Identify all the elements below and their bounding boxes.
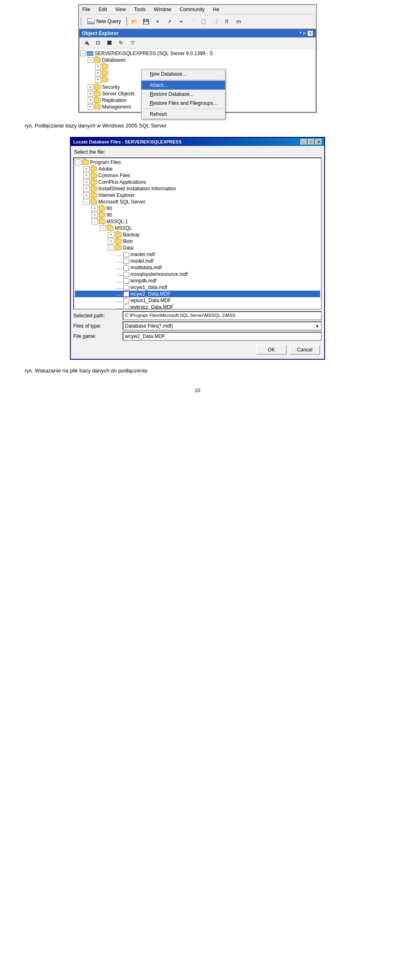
ft-master-mdf[interactable]: …… master.mdf (75, 251, 320, 258)
ft-90-expander[interactable]: + (91, 212, 98, 218)
ft-mssqldir-expander[interactable]: − (100, 225, 106, 231)
oe-refresh-button[interactable]: ↻ (116, 38, 126, 47)
ctx-refresh-text: Refresh (150, 111, 167, 117)
toolbar-save-button[interactable]: 💾 (141, 17, 151, 26)
file-name-input[interactable] (123, 332, 322, 341)
save-icon: 💾 (143, 18, 149, 25)
ft-80-expander[interactable]: + (91, 206, 98, 211)
oe-disconnect-button[interactable]: ⊡ (93, 38, 103, 47)
ctx-attach[interactable]: Attach... (142, 81, 225, 90)
ft-wykrocz-mdf[interactable]: …… wykrocz_Data.MDF (75, 304, 320, 310)
ft-complus-label: ComPlus Applications (98, 179, 146, 185)
ft-90[interactable]: + 90 (75, 212, 320, 218)
db1-expander[interactable]: + (95, 64, 101, 69)
oe-filter-button[interactable]: ▽ (127, 38, 138, 47)
toolbar-btn6[interactable]: 📄 (187, 17, 197, 26)
ft-pf-expander[interactable]: − (75, 159, 81, 165)
server-objects-expander[interactable]: + (88, 91, 93, 97)
databases-node[interactable]: − Databases (80, 57, 315, 63)
ft-data[interactable]: − Data (75, 245, 320, 251)
toolbar-btn7[interactable]: 📋 (199, 17, 209, 26)
ft-program-files[interactable]: − Program Files (75, 159, 320, 166)
ft-msdbdata-mdf[interactable]: …… msdbdata.mdf (75, 264, 320, 271)
databases-expander[interactable]: − (88, 57, 93, 63)
ft-wykrocz-file-icon (123, 305, 129, 310)
ft-binn[interactable]: + Binn (75, 238, 320, 245)
toolbar-open-button[interactable]: 📂 (130, 17, 139, 26)
stop-icon (107, 41, 112, 45)
menu-help[interactable]: He (211, 6, 221, 13)
ft-90-folder-icon (99, 213, 105, 217)
oe-connect-button[interactable]: 🔌 (81, 38, 92, 47)
toolbar-btn9[interactable]: 🗒 (222, 17, 232, 26)
toolbar-btn4[interactable]: ↗ (164, 17, 174, 26)
toolbar-btn10[interactable]: 🗃 (233, 17, 243, 26)
ft-installshield[interactable]: + InstallShield Installation Information (75, 185, 320, 192)
menu-edit[interactable]: Edit (97, 6, 109, 13)
management-expander[interactable]: + (88, 104, 93, 110)
ft-common-files[interactable]: + Common Files (75, 172, 320, 179)
ctx-new-database[interactable]: New Database... (142, 69, 225, 79)
oe-stop-button[interactable] (104, 38, 115, 47)
ft-backup-expander[interactable]: + (108, 232, 114, 238)
ft-binn-expander[interactable]: + (108, 238, 114, 244)
db3-expander[interactable]: + (95, 77, 101, 83)
ft-mssql1[interactable]: − MSSQL.1 (75, 218, 320, 225)
toolbar-btn5[interactable]: ⇒ (176, 17, 186, 26)
ft-mssql1-expander[interactable]: − (91, 219, 98, 224)
ft-mssqlserver[interactable]: − Microsoft SQL Server (75, 199, 320, 205)
toolbar-btn3[interactable]: ≡ (153, 17, 163, 26)
arrow2-icon: ⇒ (179, 19, 183, 24)
ft-model-mdf[interactable]: …… model.mdf (75, 258, 320, 264)
security-expander[interactable]: + (88, 84, 93, 90)
ft-wpius1-mdf[interactable]: …… wpius1_Data.MDF (75, 297, 320, 304)
server-node[interactable]: − SERVEREK\SQLEXPRESS (SQL Server 9.0.13… (80, 50, 315, 57)
files-of-type-dropdown-icon[interactable]: ▼ (314, 324, 319, 328)
ft-tempdb-mdf[interactable]: …… tempdb.mdf (75, 277, 320, 284)
menu-file[interactable]: File (81, 6, 92, 13)
ft-data-expander[interactable]: − (108, 245, 114, 251)
ft-is-expander[interactable]: + (83, 186, 90, 192)
ft-ie-expander[interactable]: + (83, 192, 90, 198)
ft-cf-label: Common Files (98, 173, 130, 178)
ctx-refresh[interactable]: Refresh (142, 110, 225, 119)
ft-mssql-dir[interactable]: − MSSQL (75, 225, 320, 231)
security-label: Security (102, 84, 120, 90)
dialog-minimize-button[interactable]: _ (300, 139, 307, 145)
ft-backup[interactable]: + Backup (75, 231, 320, 238)
cancel-button[interactable]: Cancel (289, 345, 320, 355)
dialog-body: Select the file: − Program Files + Adobe (71, 146, 324, 359)
ft-cf-expander[interactable]: + (83, 173, 90, 178)
dialog-close-button[interactable]: ✕ (315, 139, 322, 145)
ok-button[interactable]: OK (256, 345, 287, 355)
db2-expander[interactable]: + (95, 70, 101, 76)
replication-expander[interactable]: + (88, 97, 93, 103)
ft-mssqlsysres-mdf[interactable]: …… mssqlsystemresource.mdf (75, 271, 320, 277)
ft-adobe-expander[interactable]: + (83, 166, 90, 172)
ft-complus-folder-icon (91, 180, 97, 185)
menu-tools[interactable]: Tools (132, 6, 147, 13)
ft-wcyw2-mdf[interactable]: …… wcyw2_Data.MDF (75, 291, 320, 297)
oe-close-button[interactable]: ✕ (307, 30, 313, 36)
ft-80[interactable]: + 80 (75, 205, 320, 212)
dialog-maximize-button[interactable]: □ (308, 139, 314, 145)
ft-ie[interactable]: + Internet Explorer (75, 192, 320, 199)
ft-complus-expander[interactable]: + (83, 179, 90, 185)
ft-adobe[interactable]: + Adobe (75, 166, 320, 172)
file-tree-container[interactable]: − Program Files + Adobe + Common Files (73, 157, 322, 310)
toolbar-btn8[interactable]: 📑 (210, 17, 220, 26)
oe-pin-label: ▾ 𝗽 (300, 30, 306, 36)
ft-wcyw2-file-icon (123, 291, 129, 297)
ft-mssql-expander[interactable]: − (83, 199, 90, 205)
menu-view[interactable]: View (114, 6, 128, 13)
files-of-type-select[interactable]: Database Files(*.mdf) ▼ (123, 321, 322, 331)
ft-complus[interactable]: + ComPlus Applications (75, 179, 320, 185)
ft-is-folder-icon (91, 186, 97, 191)
menu-window[interactable]: Window (152, 6, 173, 13)
ft-wcyw1-mdf[interactable]: …… wcyw1_data.mdf (75, 284, 320, 291)
menu-community[interactable]: Community (178, 6, 207, 13)
new-query-button[interactable]: New Query (84, 16, 124, 27)
ctx-restore-db[interactable]: Restore Database... (142, 90, 225, 99)
server-expander[interactable]: − (80, 51, 86, 56)
ctx-restore-files[interactable]: Restore Files and Filegroups... (142, 99, 225, 108)
